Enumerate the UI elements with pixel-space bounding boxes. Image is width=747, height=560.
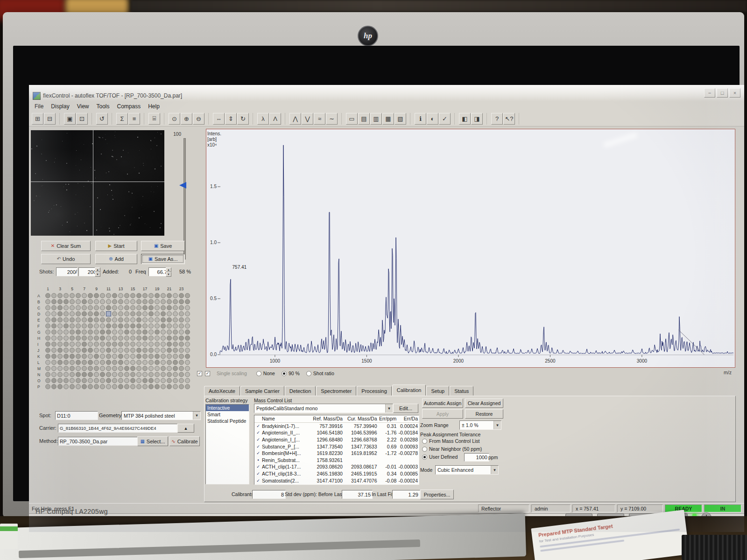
- plate-spot-K9[interactable]: [94, 354, 99, 359]
- plate-spot-N24[interactable]: [185, 372, 190, 377]
- plate-spot-H7[interactable]: [82, 336, 87, 341]
- plate-spot-M21[interactable]: [167, 366, 172, 371]
- plate-spot-P24[interactable]: [185, 384, 190, 389]
- save-icon[interactable]: ▣: [64, 113, 76, 125]
- plate-spot-J13[interactable]: [118, 348, 123, 353]
- plate-spot-D23[interactable]: [179, 311, 184, 316]
- plate-spot-M7[interactable]: [82, 366, 87, 371]
- plate-spot-G18[interactable]: [148, 329, 154, 335]
- menu-view[interactable]: View: [73, 102, 93, 111]
- plate-spot-J10[interactable]: [100, 348, 105, 353]
- clear-sum-button[interactable]: ✕Clear Sum: [41, 241, 91, 251]
- plate-spot-L22[interactable]: [173, 360, 178, 365]
- plate-spot-N23[interactable]: [179, 372, 184, 377]
- clock-icon[interactable]: ◐: [427, 113, 438, 125]
- plate-spot-I10[interactable]: [100, 342, 105, 347]
- plate-spot-I1[interactable]: [45, 342, 50, 347]
- zoom-reset-icon[interactable]: ↻: [237, 113, 249, 125]
- plate-spot-F11[interactable]: [106, 323, 111, 329]
- plate-spot-G10[interactable]: [100, 329, 105, 335]
- plate-spot-P10[interactable]: [100, 384, 105, 389]
- plate-spot-G19[interactable]: [155, 329, 160, 335]
- plate-spot-J11[interactable]: [106, 348, 111, 353]
- calibrant-row[interactable]: ✓Angiotensin_II_...1046.541801046.53996-…: [254, 429, 419, 436]
- plate-spot-M23[interactable]: [179, 366, 184, 371]
- plate-spot-L5[interactable]: [70, 360, 75, 365]
- tolerance-option-nearneighbor50ppm[interactable]: Near Neighbor (50 ppm): [422, 446, 482, 452]
- plate-spot-K5[interactable]: [70, 354, 75, 359]
- plate-spot-A10[interactable]: [100, 293, 105, 298]
- plate-spot-L2[interactable]: [51, 360, 56, 365]
- plate-spot-O3[interactable]: [57, 378, 63, 383]
- plate-spot-J6[interactable]: [76, 348, 81, 353]
- plate-spot-L21[interactable]: [167, 360, 172, 365]
- plate-spot-J23[interactable]: [179, 348, 184, 353]
- eject-carrier-button[interactable]: ▲: [177, 424, 194, 433]
- plate-spot-G6[interactable]: [76, 329, 81, 335]
- plate-spot-M19[interactable]: [155, 366, 160, 371]
- plate-spot-C22[interactable]: [173, 305, 178, 310]
- plate-spot-G11[interactable]: [106, 329, 111, 335]
- plate-spot-C17[interactable]: [142, 305, 148, 310]
- plate-spot-G5[interactable]: [70, 329, 75, 335]
- zoom-y-icon[interactable]: ⇕: [225, 113, 237, 125]
- automatic-assign-button[interactable]: Automatic Assign: [422, 399, 463, 408]
- tab-processing[interactable]: Processing: [357, 386, 391, 396]
- plate-spot-P9[interactable]: [94, 384, 99, 389]
- plate-spot-J24[interactable]: [185, 348, 190, 353]
- plate-spot-I6[interactable]: [76, 342, 81, 347]
- plate-spot-F18[interactable]: [148, 323, 154, 329]
- geometry-select[interactable]: MTP 384 polished steel▼: [121, 411, 201, 420]
- plate-spot-L15[interactable]: [130, 360, 135, 365]
- plate-spot-K6[interactable]: [76, 354, 81, 359]
- plate-spot-D3[interactable]: [57, 311, 63, 316]
- plate-spot-E20[interactable]: [161, 317, 166, 322]
- plate-spot-L4[interactable]: [63, 360, 69, 365]
- plate-spot-K18[interactable]: [148, 354, 154, 359]
- plate-spot-I5[interactable]: [70, 342, 75, 347]
- plate-spot-K17[interactable]: [142, 354, 148, 359]
- plate-spot-L7[interactable]: [82, 360, 87, 365]
- plate-spot-J8[interactable]: [88, 348, 93, 353]
- plate-spot-A13[interactable]: [118, 293, 123, 298]
- plate-spot-C18[interactable]: [148, 305, 154, 310]
- plate-spot-N3[interactable]: [57, 372, 63, 377]
- plate-spot-A22[interactable]: [173, 293, 178, 298]
- plate-spot-D22[interactable]: [173, 311, 178, 316]
- plate-spot-B12[interactable]: [112, 299, 117, 304]
- plate-spot-C15[interactable]: [130, 305, 135, 310]
- plate-spot-G1[interactable]: [45, 329, 50, 335]
- tab-autoxecute[interactable]: AutoXecute: [204, 386, 240, 396]
- plate-spot-L6[interactable]: [76, 360, 81, 365]
- plate-spot-G22[interactable]: [173, 329, 178, 335]
- plate-spot-M2[interactable]: [51, 366, 56, 371]
- plate-spot-B3[interactable]: [57, 299, 63, 304]
- window-pane-icon[interactable]: ◨: [471, 113, 483, 125]
- plate-spot-B9[interactable]: [94, 299, 99, 304]
- plate-spot-C21[interactable]: [167, 305, 172, 310]
- plate-spot-L14[interactable]: [124, 360, 129, 365]
- plate-spot-E12[interactable]: [112, 317, 117, 322]
- mass-spectrum-plot[interactable]: 0.00.51.01.510001500200025003000757.41: [206, 129, 735, 368]
- method-input[interactable]: RP_700-3500_Da.par: [58, 437, 138, 446]
- plate-spot-B5[interactable]: [70, 299, 75, 304]
- plate-spot-O8[interactable]: [88, 378, 93, 383]
- plate-spot-L11[interactable]: [106, 360, 111, 365]
- undo-icon[interactable]: ↺: [96, 113, 108, 125]
- plate-spot-I9[interactable]: [94, 342, 99, 347]
- calibration-strategy-list[interactable]: InteractiveSmartStatistical Peptide: [205, 404, 249, 484]
- plate-spot-O11[interactable]: [106, 378, 111, 383]
- plate-spot-B24[interactable]: [185, 299, 190, 304]
- plate-spot-P7[interactable]: [82, 384, 87, 389]
- zoom-in-icon[interactable]: ⊕: [181, 113, 192, 125]
- plate-spot-O14[interactable]: [124, 378, 129, 383]
- plate-spot-B19[interactable]: [155, 299, 160, 304]
- plate-spot-N8[interactable]: [88, 372, 93, 377]
- plate-spot-P12[interactable]: [112, 384, 117, 389]
- plate-spot-K22[interactable]: [173, 354, 178, 359]
- plate-spot-D13[interactable]: [118, 311, 123, 316]
- plate-spot-G17[interactable]: [142, 329, 148, 335]
- plate-spot-H4[interactable]: [63, 336, 69, 341]
- plate-spot-M6[interactable]: [76, 366, 81, 371]
- plate-spot-N4[interactable]: [63, 372, 69, 377]
